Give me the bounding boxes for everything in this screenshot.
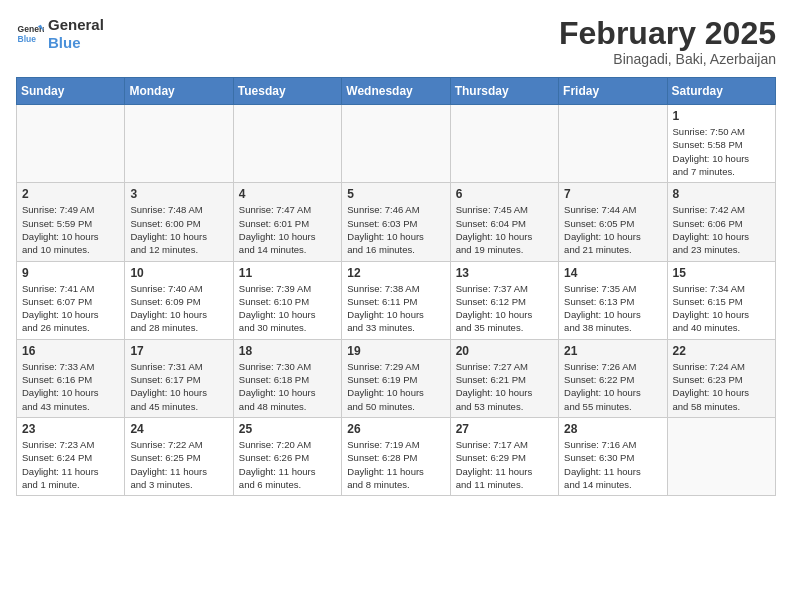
calendar-cell: 21Sunrise: 7:26 AM Sunset: 6:22 PM Dayli… (559, 339, 667, 417)
svg-text:Blue: Blue (18, 34, 37, 44)
day-info: Sunrise: 7:31 AM Sunset: 6:17 PM Dayligh… (130, 360, 227, 413)
day-info: Sunrise: 7:19 AM Sunset: 6:28 PM Dayligh… (347, 438, 444, 491)
day-info: Sunrise: 7:40 AM Sunset: 6:09 PM Dayligh… (130, 282, 227, 335)
day-info: Sunrise: 7:29 AM Sunset: 6:19 PM Dayligh… (347, 360, 444, 413)
day-info: Sunrise: 7:22 AM Sunset: 6:25 PM Dayligh… (130, 438, 227, 491)
day-number: 28 (564, 422, 661, 436)
calendar-cell: 10Sunrise: 7:40 AM Sunset: 6:09 PM Dayli… (125, 261, 233, 339)
calendar-cell: 3Sunrise: 7:48 AM Sunset: 6:00 PM Daylig… (125, 183, 233, 261)
calendar-row-3: 16Sunrise: 7:33 AM Sunset: 6:16 PM Dayli… (17, 339, 776, 417)
day-number: 11 (239, 266, 336, 280)
day-number: 26 (347, 422, 444, 436)
logo: General Blue General Blue (16, 16, 104, 52)
weekday-header-sunday: Sunday (17, 78, 125, 105)
day-info: Sunrise: 7:27 AM Sunset: 6:21 PM Dayligh… (456, 360, 553, 413)
day-info: Sunrise: 7:46 AM Sunset: 6:03 PM Dayligh… (347, 203, 444, 256)
day-number: 27 (456, 422, 553, 436)
title-block: February 2025 Binagadi, Baki, Azerbaijan (559, 16, 776, 67)
calendar-cell: 4Sunrise: 7:47 AM Sunset: 6:01 PM Daylig… (233, 183, 341, 261)
calendar-cell: 18Sunrise: 7:30 AM Sunset: 6:18 PM Dayli… (233, 339, 341, 417)
day-info: Sunrise: 7:35 AM Sunset: 6:13 PM Dayligh… (564, 282, 661, 335)
day-info: Sunrise: 7:17 AM Sunset: 6:29 PM Dayligh… (456, 438, 553, 491)
day-number: 1 (673, 109, 770, 123)
day-number: 21 (564, 344, 661, 358)
weekday-header-tuesday: Tuesday (233, 78, 341, 105)
day-info: Sunrise: 7:44 AM Sunset: 6:05 PM Dayligh… (564, 203, 661, 256)
day-info: Sunrise: 7:38 AM Sunset: 6:11 PM Dayligh… (347, 282, 444, 335)
day-info: Sunrise: 7:49 AM Sunset: 5:59 PM Dayligh… (22, 203, 119, 256)
calendar-cell: 25Sunrise: 7:20 AM Sunset: 6:26 PM Dayli… (233, 417, 341, 495)
day-number: 25 (239, 422, 336, 436)
calendar-cell: 2Sunrise: 7:49 AM Sunset: 5:59 PM Daylig… (17, 183, 125, 261)
calendar-row-2: 9Sunrise: 7:41 AM Sunset: 6:07 PM Daylig… (17, 261, 776, 339)
day-number: 13 (456, 266, 553, 280)
day-number: 10 (130, 266, 227, 280)
calendar-cell: 6Sunrise: 7:45 AM Sunset: 6:04 PM Daylig… (450, 183, 558, 261)
calendar-cell: 16Sunrise: 7:33 AM Sunset: 6:16 PM Dayli… (17, 339, 125, 417)
day-number: 4 (239, 187, 336, 201)
calendar-cell (667, 417, 775, 495)
day-number: 14 (564, 266, 661, 280)
weekday-header-friday: Friday (559, 78, 667, 105)
calendar-cell: 11Sunrise: 7:39 AM Sunset: 6:10 PM Dayli… (233, 261, 341, 339)
day-info: Sunrise: 7:34 AM Sunset: 6:15 PM Dayligh… (673, 282, 770, 335)
day-number: 22 (673, 344, 770, 358)
calendar-cell: 14Sunrise: 7:35 AM Sunset: 6:13 PM Dayli… (559, 261, 667, 339)
calendar-cell: 26Sunrise: 7:19 AM Sunset: 6:28 PM Dayli… (342, 417, 450, 495)
calendar-cell: 1Sunrise: 7:50 AM Sunset: 5:58 PM Daylig… (667, 105, 775, 183)
calendar-cell (342, 105, 450, 183)
day-number: 5 (347, 187, 444, 201)
day-info: Sunrise: 7:39 AM Sunset: 6:10 PM Dayligh… (239, 282, 336, 335)
day-info: Sunrise: 7:48 AM Sunset: 6:00 PM Dayligh… (130, 203, 227, 256)
day-info: Sunrise: 7:50 AM Sunset: 5:58 PM Dayligh… (673, 125, 770, 178)
day-number: 2 (22, 187, 119, 201)
day-number: 7 (564, 187, 661, 201)
day-number: 19 (347, 344, 444, 358)
day-number: 9 (22, 266, 119, 280)
day-number: 18 (239, 344, 336, 358)
page-header: General Blue General Blue February 2025 … (16, 16, 776, 67)
day-number: 12 (347, 266, 444, 280)
day-info: Sunrise: 7:42 AM Sunset: 6:06 PM Dayligh… (673, 203, 770, 256)
calendar-cell (17, 105, 125, 183)
day-number: 15 (673, 266, 770, 280)
calendar-cell: 28Sunrise: 7:16 AM Sunset: 6:30 PM Dayli… (559, 417, 667, 495)
calendar-cell: 17Sunrise: 7:31 AM Sunset: 6:17 PM Dayli… (125, 339, 233, 417)
calendar-cell (559, 105, 667, 183)
day-number: 6 (456, 187, 553, 201)
calendar-title: February 2025 (559, 16, 776, 51)
calendar-cell: 27Sunrise: 7:17 AM Sunset: 6:29 PM Dayli… (450, 417, 558, 495)
calendar-cell: 20Sunrise: 7:27 AM Sunset: 6:21 PM Dayli… (450, 339, 558, 417)
day-number: 3 (130, 187, 227, 201)
calendar-row-1: 2Sunrise: 7:49 AM Sunset: 5:59 PM Daylig… (17, 183, 776, 261)
weekday-header-wednesday: Wednesday (342, 78, 450, 105)
calendar-cell: 23Sunrise: 7:23 AM Sunset: 6:24 PM Dayli… (17, 417, 125, 495)
calendar-row-4: 23Sunrise: 7:23 AM Sunset: 6:24 PM Dayli… (17, 417, 776, 495)
calendar-subtitle: Binagadi, Baki, Azerbaijan (559, 51, 776, 67)
calendar-cell: 7Sunrise: 7:44 AM Sunset: 6:05 PM Daylig… (559, 183, 667, 261)
logo-general: General (48, 16, 104, 34)
day-number: 8 (673, 187, 770, 201)
calendar-cell (125, 105, 233, 183)
calendar-row-0: 1Sunrise: 7:50 AM Sunset: 5:58 PM Daylig… (17, 105, 776, 183)
calendar-cell: 24Sunrise: 7:22 AM Sunset: 6:25 PM Dayli… (125, 417, 233, 495)
calendar-cell: 15Sunrise: 7:34 AM Sunset: 6:15 PM Dayli… (667, 261, 775, 339)
weekday-header-row: SundayMondayTuesdayWednesdayThursdayFrid… (17, 78, 776, 105)
calendar-cell: 8Sunrise: 7:42 AM Sunset: 6:06 PM Daylig… (667, 183, 775, 261)
day-info: Sunrise: 7:26 AM Sunset: 6:22 PM Dayligh… (564, 360, 661, 413)
day-info: Sunrise: 7:23 AM Sunset: 6:24 PM Dayligh… (22, 438, 119, 491)
day-info: Sunrise: 7:41 AM Sunset: 6:07 PM Dayligh… (22, 282, 119, 335)
logo-icon: General Blue (16, 20, 44, 48)
calendar-cell: 5Sunrise: 7:46 AM Sunset: 6:03 PM Daylig… (342, 183, 450, 261)
day-number: 24 (130, 422, 227, 436)
logo-blue: Blue (48, 34, 104, 52)
calendar-cell (450, 105, 558, 183)
day-info: Sunrise: 7:33 AM Sunset: 6:16 PM Dayligh… (22, 360, 119, 413)
day-number: 16 (22, 344, 119, 358)
calendar-cell (233, 105, 341, 183)
calendar-cell: 22Sunrise: 7:24 AM Sunset: 6:23 PM Dayli… (667, 339, 775, 417)
day-number: 20 (456, 344, 553, 358)
day-info: Sunrise: 7:24 AM Sunset: 6:23 PM Dayligh… (673, 360, 770, 413)
weekday-header-thursday: Thursday (450, 78, 558, 105)
day-info: Sunrise: 7:45 AM Sunset: 6:04 PM Dayligh… (456, 203, 553, 256)
